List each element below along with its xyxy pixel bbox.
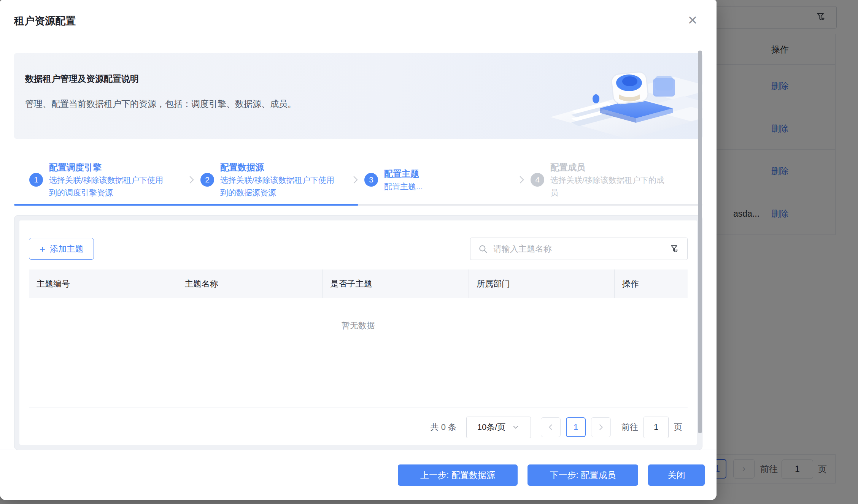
chevron-right-icon: [187, 174, 197, 185]
topic-search-box: [470, 238, 688, 260]
step-4-configure-members[interactable]: 4 配置成员 选择关联/移除该数据租户下的成员: [531, 161, 702, 199]
step-1-number: 1: [29, 173, 43, 187]
page-unit-label: 页: [674, 422, 682, 433]
tenant-resource-config-modal: 租户资源配置 × 数据租户管理及资源配置说明 管理、配置当前数据租户下的资源，包…: [0, 0, 717, 500]
filter-icon[interactable]: [670, 244, 680, 254]
chevron-down-icon: [512, 423, 520, 431]
modal-body: 数据租户管理及资源配置说明 管理、配置当前数据租户下的资源，包括：调度引擎、数据…: [0, 43, 717, 450]
step-1-title: 配置调度引擎: [49, 161, 164, 174]
toolbar: + 添加主题: [29, 238, 688, 260]
search-icon: [478, 244, 488, 254]
modal-title: 租户资源配置: [14, 0, 76, 42]
chevron-right-icon: [597, 423, 605, 431]
plus-icon: +: [40, 244, 45, 254]
step-4-number: 4: [531, 173, 544, 187]
chevron-left-icon: [547, 423, 555, 431]
content-panel: + 添加主题 主题编号: [14, 215, 702, 450]
step-2-configure-datasource[interactable]: 2 配置数据源 选择关联/移除该数据租户下使用到的数据源资源: [200, 161, 348, 199]
goto-page-input[interactable]: [644, 417, 669, 438]
topic-table: 主题编号 主题名称 是否子主题 所属部门 操作 暂无数据: [29, 269, 688, 407]
step-3-title: 配置主题: [384, 167, 423, 180]
modal-footer: 上一步: 配置数据源 下一步: 配置成员 关闭: [0, 450, 717, 500]
header-is-subtopic: 是否子主题: [323, 269, 469, 298]
header-action: 操作: [615, 269, 688, 298]
step-3-description: 配置主题...: [384, 180, 423, 193]
scrollbar-thumb[interactable]: [698, 51, 702, 433]
add-topic-button[interactable]: + 添加主题: [29, 238, 94, 260]
header-topic-id: 主题编号: [29, 269, 177, 298]
prev-page-button[interactable]: [541, 417, 561, 437]
stepper-progress-track: [14, 204, 702, 206]
chevron-right-icon: [517, 174, 527, 185]
topic-table-card: + 添加主题 主题编号: [19, 220, 697, 445]
banner-title: 数据租户管理及资源配置说明: [25, 73, 139, 85]
topic-table-pagination: 共 0 条 10条/页 1 前往: [29, 407, 688, 447]
step-3-number: 3: [364, 173, 378, 187]
goto-label: 前往: [621, 422, 638, 433]
topic-table-header: 主题编号 主题名称 是否子主题 所属部门 操作: [29, 269, 688, 298]
empty-data-placeholder: 暂无数据: [29, 298, 688, 407]
header-department: 所属部门: [469, 269, 615, 298]
step-2-number: 2: [200, 173, 214, 187]
header-topic-name: 主题名称: [177, 269, 323, 298]
topic-search-input[interactable]: [493, 244, 670, 254]
step-1-configure-scheduler[interactable]: 1 配置调度引擎 选择关联/移除该数据租户下使用到的调度引擎资源: [29, 161, 184, 199]
next-step-button[interactable]: 下一步: 配置成员: [528, 464, 638, 486]
total-count-label: 共 0 条: [431, 422, 456, 433]
stepper: 1 配置调度引擎 选择关联/移除该数据租户下使用到的调度引擎资源 2 配置数据源…: [14, 161, 702, 199]
next-page-button[interactable]: [591, 417, 611, 437]
stepper-progress-bar: [14, 204, 358, 206]
step-2-description: 选择关联/移除该数据租户下使用到的数据源资源: [220, 174, 335, 199]
page-number-button[interactable]: 1: [566, 417, 586, 437]
banner-illustration: [539, 53, 702, 139]
add-topic-label: 添加主题: [50, 243, 83, 255]
step-2-title: 配置数据源: [220, 161, 335, 174]
chevron-right-icon: [351, 174, 361, 185]
step-4-title: 配置成员: [550, 161, 669, 174]
info-banner: 数据租户管理及资源配置说明 管理、配置当前数据租户下的资源，包括：调度引擎、数据…: [14, 53, 702, 139]
close-modal-button[interactable]: 关闭: [648, 464, 705, 486]
step-3-configure-topic[interactable]: 3 配置主题 配置主题...: [364, 167, 515, 193]
banner-description: 管理、配置当前数据租户下的资源，包括：调度引擎、数据源、成员。: [25, 98, 296, 110]
page-size-value: 10条/页: [477, 422, 506, 433]
step-1-description: 选择关联/移除该数据租户下使用到的调度引擎资源: [49, 174, 164, 199]
prev-step-button[interactable]: 上一步: 配置数据源: [398, 464, 518, 486]
close-icon[interactable]: ×: [683, 11, 702, 30]
page-size-select[interactable]: 10条/页: [466, 417, 531, 438]
modal-header: 租户资源配置 ×: [0, 0, 717, 42]
step-4-description: 选择关联/移除该数据租户下的成员: [550, 174, 669, 199]
